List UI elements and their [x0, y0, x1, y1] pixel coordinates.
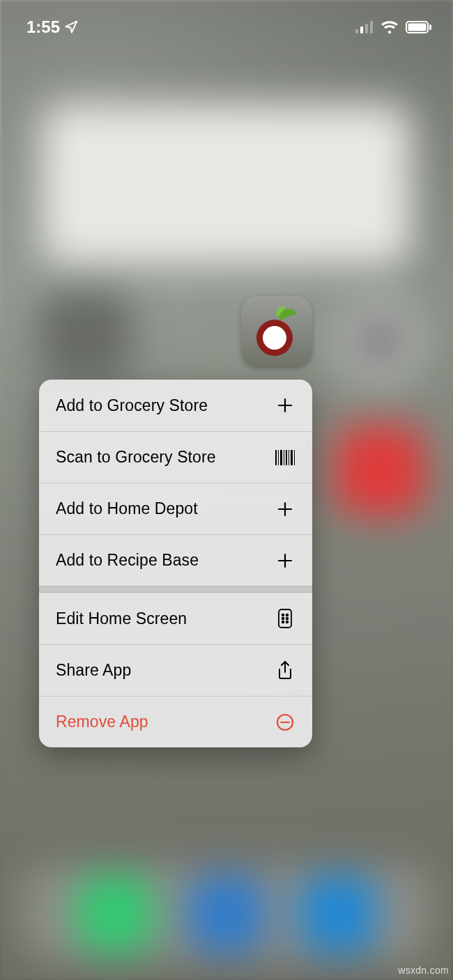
apps-grid-icon — [275, 609, 295, 628]
menu-item-label: Remove App — [56, 713, 148, 731]
menu-item-scan-grocery-store[interactable]: Scan to Grocery Store — [39, 431, 312, 483]
menu-item-remove-app[interactable]: Remove App — [39, 696, 312, 747]
svg-rect-13 — [280, 450, 282, 465]
menu-item-label: Add to Home Depot — [56, 499, 198, 518]
svg-rect-18 — [294, 450, 295, 465]
share-icon — [275, 661, 295, 680]
watermark: wsxdn.com — [398, 965, 449, 976]
plus-icon — [275, 397, 295, 414]
svg-rect-6 — [429, 24, 431, 30]
svg-point-26 — [282, 618, 284, 620]
menu-item-label: Share App — [56, 661, 131, 680]
menu-item-share-app[interactable]: Share App — [39, 644, 312, 696]
svg-rect-5 — [408, 24, 427, 31]
status-left: 1:55 — [26, 17, 78, 37]
svg-rect-3 — [370, 21, 373, 33]
barcode-icon — [275, 450, 295, 465]
svg-rect-2 — [365, 24, 368, 33]
svg-rect-23 — [279, 609, 291, 628]
context-menu: Add to Grocery Store Scan to Grocery Sto… — [39, 380, 312, 747]
menu-item-label: Scan to Grocery Store — [56, 448, 216, 467]
menu-item-edit-home-screen[interactable]: Edit Home Screen — [39, 593, 312, 644]
app-icon-pressed[interactable] — [241, 296, 312, 367]
svg-point-25 — [286, 614, 289, 616]
menu-item-label: Add to Recipe Base — [56, 551, 199, 570]
svg-point-29 — [286, 621, 289, 623]
menu-item-label: Edit Home Screen — [56, 609, 187, 628]
menu-item-add-grocery-store[interactable]: Add to Grocery Store — [39, 380, 312, 431]
svg-point-8 — [263, 326, 286, 350]
plus-icon — [275, 501, 295, 518]
circle-minus-icon — [275, 713, 295, 731]
svg-point-28 — [282, 621, 284, 623]
svg-rect-14 — [284, 450, 284, 465]
wifi-icon — [381, 20, 399, 34]
svg-point-27 — [286, 618, 289, 620]
svg-rect-0 — [355, 29, 358, 33]
menu-item-add-home-depot[interactable]: Add to Home Depot — [39, 483, 312, 534]
menu-separator — [39, 586, 312, 593]
svg-rect-17 — [291, 450, 293, 465]
menu-item-add-recipe-base[interactable]: Add to Recipe Base — [39, 534, 312, 586]
svg-rect-15 — [286, 450, 287, 465]
cellular-icon — [355, 21, 374, 33]
status-bar: 1:55 — [0, 0, 453, 42]
battery-icon — [406, 21, 432, 33]
plus-icon — [275, 552, 295, 569]
svg-point-24 — [282, 614, 284, 616]
status-right — [355, 20, 432, 34]
menu-item-label: Add to Grocery Store — [56, 396, 208, 415]
svg-rect-11 — [275, 450, 277, 465]
location-icon — [64, 20, 78, 34]
svg-rect-1 — [360, 26, 363, 33]
grocery-app-icon — [248, 303, 305, 360]
svg-rect-16 — [289, 450, 289, 465]
clock-time: 1:55 — [26, 17, 60, 37]
svg-rect-12 — [278, 450, 279, 465]
